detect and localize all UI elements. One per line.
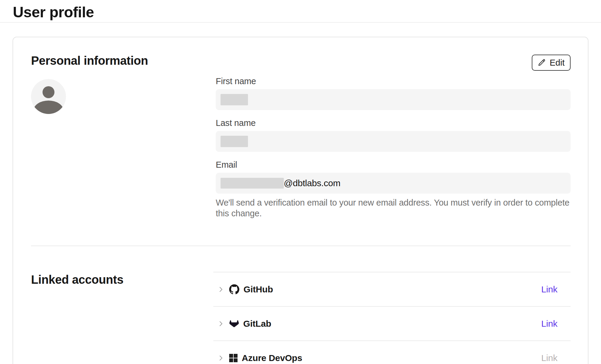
github-link-action[interactable]: Link [541,284,557,294]
linked-account-row-azure-devops[interactable]: Azure DevOps Link [213,341,571,364]
first-name-input[interactable] [216,89,571,110]
linked-account-row-github[interactable]: GitHub Link [213,272,571,307]
chevron-right-icon[interactable] [217,286,224,293]
page-header: User profile [0,0,601,23]
page-title: User profile [13,4,601,21]
linked-account-row-gitlab[interactable]: GitLab Link [213,307,571,341]
redacted-first-name-value [221,94,248,105]
gitlab-link-action[interactable]: Link [541,319,557,329]
personal-information-form: First name Last name Email @dbtlabs. [216,76,571,219]
linked-accounts-list: GitHub Link GitLab Link Azure DevOps Lin… [213,272,571,364]
email-field-group: Email @dbtlabs.com We'll send a verifica… [216,160,571,219]
email-helper-text: We'll send a verification email to your … [216,197,571,219]
linked-accounts-section: Linked accounts GitHub Link GitLab Link [31,272,571,364]
personal-information-body: First name Last name Email @dbtlabs. [31,76,571,219]
redacted-email-local-part [221,178,284,189]
chevron-right-icon[interactable] [217,320,224,327]
gitlab-icon [229,319,239,328]
pencil-icon [538,58,546,67]
avatar [31,79,66,114]
edit-button-label: Edit [550,58,565,68]
last-name-input[interactable] [216,131,571,152]
azure-devops-icon [229,354,238,362]
chevron-right-icon[interactable] [217,354,224,362]
avatar-column [31,76,216,219]
personal-information-section: Personal information Edit [31,53,571,219]
profile-card: Personal information Edit [13,37,588,364]
email-domain-text: @dbtlabs.com [284,178,340,188]
last-name-field-group: Last name [216,118,571,152]
email-input[interactable]: @dbtlabs.com [216,173,571,194]
redacted-last-name-value [221,136,248,147]
github-icon [229,284,239,294]
provider-name: Azure DevOps [242,353,302,363]
linked-accounts-heading: Linked accounts [31,272,213,287]
azure-devops-link-action: Link [541,353,557,363]
email-label: Email [216,160,571,170]
linked-accounts-heading-column: Linked accounts [31,272,213,364]
provider-name: GitLab [243,319,271,329]
first-name-field-group: First name [216,76,571,110]
section-divider [31,246,571,246]
last-name-label: Last name [216,118,571,128]
personal-information-heading: Personal information [31,53,571,68]
first-name-label: First name [216,76,571,86]
provider-name: GitHub [244,284,273,294]
edit-button[interactable]: Edit [532,55,571,71]
